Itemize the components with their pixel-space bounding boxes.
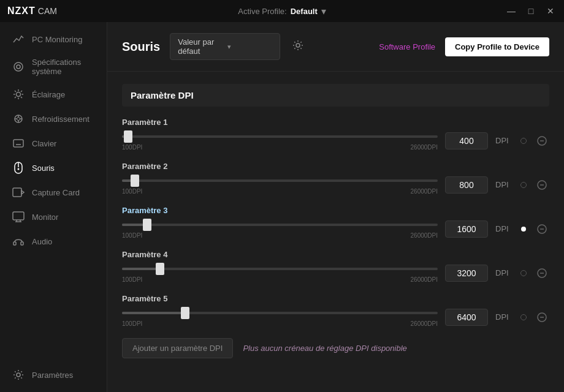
slider-thumb[interactable] [124, 130, 132, 143]
dpi-unit-label: DPI [495, 180, 513, 189]
slider-fill [122, 268, 160, 270]
dpi-section-title: Paramètre DPI [122, 84, 549, 107]
profile-dropdown[interactable]: Valeur par défaut ▾ [170, 33, 280, 60]
dpi-active-indicator[interactable] [520, 225, 527, 233]
dpi-param-label: Paramètre 2 [122, 162, 549, 171]
dpi-remove-button[interactable] [535, 266, 549, 281]
slider-thumb[interactable] [131, 175, 139, 187]
monitor-icon [12, 211, 25, 223]
sidebar-label: Clavier [32, 139, 56, 148]
capture-icon [12, 186, 25, 198]
copy-profile-button[interactable]: Copy Profile to Device [445, 37, 549, 56]
dpi-slider-track[interactable] [122, 307, 438, 319]
slider-max-label: 26000DPI [411, 320, 438, 327]
slider-background [122, 135, 438, 138]
dpi-row: 100DPI 26000DPI 1600 DPI [122, 219, 549, 239]
chevron-down-icon[interactable]: ▾ [321, 6, 326, 17]
dpi-value-input[interactable]: 400 [445, 132, 488, 149]
svg-rect-28 [13, 212, 24, 220]
inactive-dot [520, 182, 527, 188]
dpi-active-indicator[interactable] [520, 137, 527, 145]
inactive-dot [520, 314, 527, 320]
dpi-remove-button[interactable] [535, 222, 549, 236]
dpi-param-4: Paramètre 4 100DPI 26000DPI 3200 DP [122, 250, 549, 283]
maximize-button[interactable]: □ [525, 5, 537, 17]
dpi-param-3: Paramètre 3 100DPI 26000DPI 1600 DP [122, 206, 549, 239]
dpi-params-list: Paramètre 1 100DPI 26000DPI 400 DPI [122, 118, 549, 327]
dpi-slider-track[interactable] [122, 219, 438, 231]
slider-thumb[interactable] [181, 307, 189, 319]
svg-line-8 [21, 97, 22, 98]
computer-icon [12, 61, 25, 73]
svg-rect-32 [13, 242, 16, 245]
window-controls: — □ ✕ [505, 5, 557, 17]
dpi-unit-label: DPI [495, 136, 513, 145]
profile-dropdown-value: Valeur par défaut [178, 37, 223, 56]
dpi-remove-button[interactable] [535, 178, 549, 192]
sidebar-item-audio[interactable]: Audio [0, 229, 107, 254]
slider-fill [122, 312, 185, 314]
slider-min-label: 100DPI [122, 144, 142, 151]
sidebar-item-pc-monitoring[interactable]: PC Monitoring [0, 27, 107, 51]
dpi-active-indicator[interactable] [520, 181, 527, 189]
dpi-param-5: Paramètre 5 100DPI 26000DPI 6400 DP [122, 294, 549, 327]
dpi-active-indicator[interactable] [520, 270, 527, 277]
dpi-content: Paramètre DPI Paramètre 1 100DPI 26000DP… [107, 72, 564, 392]
gear-icon [12, 369, 25, 381]
dpi-value-input[interactable]: 3200 [445, 265, 488, 282]
content-area: Souris Valeur par défaut ▾ Software Prof… [107, 22, 564, 392]
sun-icon [12, 88, 25, 100]
slider-labels: 100DPI 26000DPI [122, 188, 438, 195]
logo-cam: CAM [38, 6, 57, 16]
dpi-value-input[interactable]: 1600 [445, 221, 488, 238]
svg-point-35 [296, 43, 300, 47]
sidebar-label: Paramètres [32, 371, 73, 380]
sidebar-item-capture[interactable]: Capture Card [0, 180, 107, 205]
dpi-value-input[interactable]: 6400 [445, 309, 488, 326]
sidebar-item-settings[interactable]: Paramètres [0, 363, 107, 387]
slider-labels: 100DPI 26000DPI [122, 320, 438, 327]
dpi-unit-label: DPI [495, 312, 513, 322]
active-profile-name: Default [291, 7, 318, 16]
dpi-slider-track[interactable] [122, 130, 438, 143]
dpi-remove-button[interactable] [535, 134, 549, 148]
dpi-slider-container: 100DPI 26000DPI [122, 130, 438, 151]
content-header: Souris Valeur par défaut ▾ Software Prof… [107, 22, 564, 72]
dpi-active-indicator[interactable] [520, 314, 527, 321]
slider-max-label: 26000DPI [411, 276, 438, 283]
slider-min-label: 100DPI [122, 188, 142, 195]
sidebar-label: Capture Card [32, 188, 80, 197]
sidebar-item-monitor[interactable]: Monitor [0, 205, 107, 229]
sidebar: PC Monitoring Spécifications système [0, 22, 107, 392]
software-profile-button[interactable]: Software Profile [379, 42, 435, 51]
svg-line-7 [15, 91, 16, 92]
svg-point-12 [17, 118, 20, 121]
settings-gear-button[interactable] [290, 37, 306, 56]
dpi-param-label: Paramètre 3 [122, 206, 549, 215]
dpi-slider-track[interactable] [122, 175, 438, 187]
svg-point-25 [18, 168, 20, 170]
close-button[interactable]: ✕ [544, 5, 557, 17]
slider-thumb[interactable] [156, 263, 164, 275]
dpi-remove-button[interactable] [535, 310, 549, 325]
add-dpi-row: Ajouter un paramètre DPI Plus aucun crén… [122, 338, 549, 358]
cooling-icon [12, 113, 25, 125]
add-dpi-note: Plus aucun créneau de réglage DPI dispon… [243, 344, 406, 353]
sidebar-item-specs[interactable]: Spécifications système [0, 51, 107, 82]
title-bar: NZXT CAM Active Profile: Default ▾ — □ ✕ [0, 0, 564, 22]
dpi-slider-track[interactable] [122, 263, 438, 275]
slider-labels: 100DPI 26000DPI [122, 144, 438, 151]
logo-area: NZXT CAM [7, 6, 57, 17]
sidebar-item-keyboard[interactable]: Clavier [0, 131, 107, 156]
sidebar-item-cooling[interactable]: Refroidissement [0, 107, 107, 131]
mouse-icon [12, 162, 25, 174]
headphone-icon [12, 235, 25, 247]
inactive-dot [520, 270, 527, 276]
sidebar-item-lighting[interactable]: Éclairage [0, 82, 107, 107]
dpi-value-input[interactable]: 800 [445, 176, 488, 194]
slider-thumb[interactable] [143, 219, 151, 231]
add-dpi-button[interactable]: Ajouter un paramètre DPI [122, 338, 233, 358]
svg-point-34 [17, 373, 20, 377]
sidebar-item-mouse[interactable]: Souris [0, 156, 107, 180]
minimize-button[interactable]: — [505, 5, 517, 17]
